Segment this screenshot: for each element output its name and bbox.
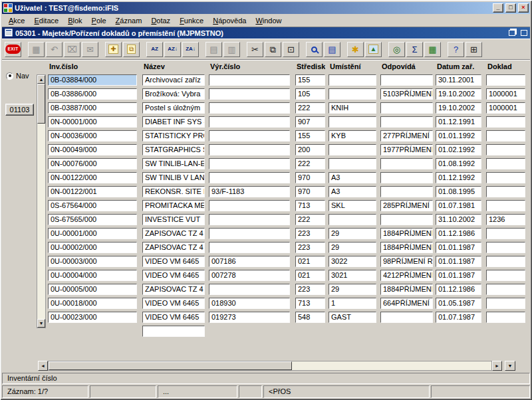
sum-icon[interactable]: Σ	[406, 42, 423, 57]
cell-odpovida[interactable]: 98PŘÍJMENÍ R	[380, 256, 433, 267]
cell-odpovida[interactable]	[380, 74, 433, 86]
cell-vyr_cislo[interactable]	[209, 130, 290, 142]
cell-doklad[interactable]	[486, 200, 525, 211]
cell-umisteni[interactable]	[329, 158, 376, 169]
cell-stredisko[interactable]: 223	[295, 242, 325, 253]
window-icon[interactable]: ⊞	[466, 42, 482, 57]
cell-doklad[interactable]	[486, 270, 525, 281]
picture-icon[interactable]: ▲	[365, 42, 382, 57]
cell-umisteni[interactable]	[329, 214, 376, 225]
cell-datum_zar[interactable]: 01.02.1992	[436, 144, 481, 155]
cell-stredisko[interactable]: 021	[295, 256, 325, 267]
child-restore-icon[interactable]	[509, 30, 515, 36]
cell-stredisko[interactable]: 907	[295, 116, 325, 128]
cell-stredisko[interactable]: 548	[295, 312, 325, 323]
cell-doklad[interactable]	[486, 130, 525, 142]
cell-inv_cislo[interactable]: 0N-00036/000	[48, 130, 137, 142]
cell-umisteni[interactable]: 29	[329, 284, 376, 295]
cell-nazev[interactable]: STATISTICKY PRO	[142, 130, 205, 142]
cell-nazev[interactable]: REKONSR. SITE L	[142, 186, 205, 197]
cell-datum_zar[interactable]: 01.08.1992	[436, 158, 481, 169]
cell-nazev[interactable]: VIDEO VM 6465	[142, 298, 205, 309]
cell-vyr_cislo[interactable]	[209, 74, 290, 86]
cell-odpovida[interactable]: 1884PŘÍJMENÍ	[380, 242, 433, 253]
cell-datum_zar[interactable]: 19.10.2002	[436, 88, 481, 100]
cut-icon[interactable]: ✂	[247, 42, 263, 57]
cell-stredisko[interactable]: 713	[295, 200, 325, 211]
cell-doklad[interactable]	[486, 256, 525, 267]
exit-button[interactable]: EXIT	[5, 42, 21, 57]
cell-datum_zar[interactable]: 01.08.1995	[436, 186, 481, 197]
cell-umisteni[interactable]: A3	[329, 172, 376, 183]
cell-inv_cislo[interactable]: 0U-00005/000	[48, 284, 137, 295]
cell-umisteni[interactable]	[329, 74, 376, 86]
cell-vyr_cislo[interactable]	[209, 214, 290, 225]
cell-stredisko[interactable]: 222	[295, 158, 325, 169]
scrollbar-thumb[interactable]	[37, 84, 45, 124]
cell-doklad[interactable]	[486, 186, 525, 197]
cell-stredisko[interactable]: 223	[295, 284, 325, 295]
cell-nazev[interactable]: ZAPISOVAC TZ 4	[142, 228, 205, 239]
cell-datum_zar[interactable]: 01.07.1981	[436, 200, 481, 211]
canvas-scroll-down-icon[interactable]: ▼	[505, 361, 515, 371]
cell-vyr_cislo[interactable]	[209, 102, 290, 114]
cell-inv_cislo[interactable]: 0U-00004/000	[48, 270, 137, 281]
report-icon[interactable]: ▤	[324, 42, 340, 57]
cell-nazev[interactable]: STATGRAPHICS S	[142, 144, 205, 155]
scrollbar-trough[interactable]	[37, 124, 45, 319]
cell-umisteni[interactable]: 29	[329, 242, 376, 253]
menu-item-akce[interactable]: Akce	[4, 15, 29, 26]
cell-umisteni[interactable]: 1	[329, 298, 376, 309]
cell-odpovida[interactable]: 1884PŘÍJMENÍ	[380, 228, 433, 239]
cell-vyr_cislo[interactable]	[209, 242, 290, 253]
cell-inv_cislo[interactable]: 0N-00122/000	[48, 172, 137, 183]
cell-vyr_cislo[interactable]: 007278	[209, 270, 290, 281]
hscrollbar-trough[interactable]	[48, 361, 492, 371]
horizontal-scrollbar[interactable]: ◄ ► ▼	[38, 361, 515, 371]
cell-stredisko[interactable]: 155	[295, 74, 325, 86]
cell-vyr_cislo[interactable]: 018930	[209, 298, 290, 309]
cell-nazev[interactable]: Postel s úložným	[142, 102, 205, 114]
cell-stredisko[interactable]: 105	[295, 88, 325, 100]
cell-stredisko[interactable]: 970	[295, 172, 325, 183]
cell-doklad[interactable]: 1236	[486, 214, 525, 225]
cell-inv_cislo[interactable]: 0U-00001/000	[48, 228, 137, 239]
cell-vyr_cislo[interactable]	[209, 116, 290, 128]
cell-odpovida[interactable]: 285PŘÍJMENÍ	[380, 200, 433, 211]
cell-umisteni[interactable]: KYB	[329, 130, 376, 142]
scroll-down-icon[interactable]: ▼	[37, 319, 45, 328]
cell-nazev[interactable]: Brožíková: Vybra	[142, 88, 205, 100]
paste-icon[interactable]: ⊡	[283, 42, 299, 57]
excel-icon[interactable]: ▦	[424, 42, 441, 57]
cell-stredisko[interactable]: 223	[295, 228, 325, 239]
help-icon[interactable]: ?	[448, 42, 464, 57]
cell-inv_cislo[interactable]: 0B-03886/000	[48, 88, 137, 100]
cell-datum_zar[interactable]: 01.12.1986	[436, 284, 481, 295]
search-icon[interactable]	[306, 42, 323, 57]
cell-stredisko[interactable]: 200	[295, 144, 325, 155]
scroll-up-icon[interactable]: ▲	[37, 75, 45, 84]
cell-inv_cislo[interactable]: 0U-00023/000	[48, 312, 137, 323]
cell-umisteni[interactable]	[329, 116, 376, 128]
cell-umisteni[interactable]	[329, 144, 376, 155]
cell-nazev[interactable]: DIABET INF SYS -	[142, 116, 205, 128]
copy-icon[interactable]: ⧉	[265, 42, 281, 57]
cell-odpovida[interactable]	[380, 312, 433, 323]
cell-doklad[interactable]: 1000001	[486, 88, 525, 100]
cell-umisteni[interactable]	[329, 88, 376, 100]
menu-item-funkce[interactable]: Funkce	[175, 15, 208, 26]
cell-inv_cislo[interactable]: 0S-67565/000	[48, 214, 137, 225]
cell-odpovida[interactable]	[380, 186, 433, 197]
cell-stredisko[interactable]: 021	[295, 270, 325, 281]
cell-nazev[interactable]: INVESTICE VUT	[142, 214, 205, 225]
cell-datum_zar[interactable]: 01.01.1992	[436, 130, 481, 142]
cell-inv_cislo[interactable]: 0U-00002/000	[48, 242, 137, 253]
hscrollbar-thumb[interactable]	[49, 361, 292, 370]
cell-doklad[interactable]	[486, 116, 525, 128]
cell-doklad[interactable]	[486, 312, 525, 323]
cell-vyr_cislo[interactable]	[209, 284, 290, 295]
cell-odpovida[interactable]	[380, 172, 433, 183]
cell-odpovida[interactable]	[380, 116, 433, 128]
cell-inv_cislo[interactable]: 0N-00049/000	[48, 144, 137, 155]
edit-sort-icon[interactable]: AZ	[146, 42, 163, 57]
